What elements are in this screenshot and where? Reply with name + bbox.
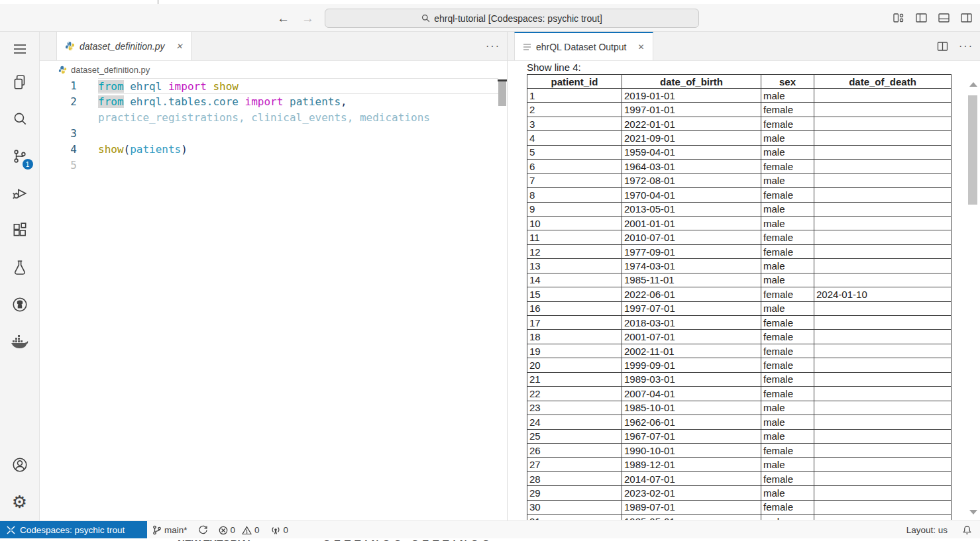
run-and-debug-icon[interactable] <box>4 175 36 212</box>
problems-status[interactable]: 0 0 <box>219 525 260 535</box>
code-line-text[interactable]: show(patients) <box>98 142 507 158</box>
more-actions-icon[interactable]: ··· <box>486 40 500 52</box>
code-lines: 1from ehrql import show2from ehrql.table… <box>40 78 507 173</box>
code-line-text[interactable]: practice_registrations, clinical_events,… <box>98 110 507 126</box>
column-header: date_of_death <box>814 75 952 89</box>
sync-status[interactable] <box>198 525 208 535</box>
table-row: 222007-04-01female <box>527 387 952 401</box>
code-line[interactable]: 4show(patients) <box>40 142 507 158</box>
code-line[interactable]: 3 <box>40 126 507 142</box>
code-line-text[interactable]: from ehrql.tables.core import patients, <box>98 94 507 110</box>
tab-ehrql-dataset-output[interactable]: ehrQL Dataset Output ✕ <box>514 32 653 60</box>
editor-scrollbar[interactable] <box>498 79 506 106</box>
table-cell: 2001-01-01 <box>622 216 761 230</box>
table-cell <box>814 160 952 173</box>
code-editor[interactable]: 1from ehrql import show2from ehrql.table… <box>40 78 507 520</box>
source-control-icon[interactable]: 1 <box>4 138 36 175</box>
table-cell: female <box>761 387 814 401</box>
code-line[interactable]: 1from ehrql import show <box>40 78 507 94</box>
table-cell: 2018-03-01 <box>622 316 761 330</box>
testing-icon[interactable] <box>4 249 36 286</box>
accounts-icon[interactable] <box>4 446 36 483</box>
table-cell <box>814 188 952 202</box>
forward-arrow-icon[interactable]: → <box>301 12 314 25</box>
split-editor-icon[interactable] <box>937 41 948 52</box>
ehrql-output-webview: Show line 4: patient_iddate_of_birthsexd… <box>508 61 980 520</box>
code-line-text[interactable]: from ehrql import show <box>98 78 498 94</box>
scroll-up-icon[interactable] <box>969 82 977 87</box>
ports-status[interactable]: 0 <box>270 525 289 535</box>
table-row: 301989-07-01female <box>527 500 952 514</box>
table-cell <box>814 316 952 330</box>
settings-gear-icon[interactable]: ⚙ <box>4 483 36 520</box>
title-bar: ← → ehrql-tutorial [Codespaces: psychic … <box>0 4 980 32</box>
table-cell: 12 <box>527 244 622 258</box>
table-row: 81970-04-01female <box>527 188 952 202</box>
table-cell: 1997-01-01 <box>622 103 761 117</box>
breadcrumb[interactable]: dataset_definition.py <box>40 61 507 78</box>
table-cell: 1990-10-01 <box>622 443 761 457</box>
table-body: 12019-01-01male21997-01-01female32022-01… <box>527 89 952 520</box>
table-cell: 7 <box>527 173 622 187</box>
code-line[interactable]: 2from ehrql.tables.core import patients, <box>40 94 507 110</box>
table-cell: 1989-12-01 <box>622 458 761 471</box>
table-cell: 2010-07-01 <box>622 230 761 244</box>
layout-indicator[interactable]: Layout: us <box>906 525 948 535</box>
line-number: 2 <box>40 94 98 110</box>
table-cell: male <box>761 415 814 429</box>
table-cell: 1997-07-01 <box>622 301 761 315</box>
close-icon[interactable]: ✕ <box>176 42 182 51</box>
table-cell: female <box>761 443 814 457</box>
table-cell: 19 <box>527 344 622 358</box>
table-cell <box>814 103 952 117</box>
table-cell: male <box>761 429 814 443</box>
docker-icon[interactable] <box>4 323 36 360</box>
code-line[interactable]: practice_registrations, clinical_events,… <box>40 110 507 126</box>
remote-indicator[interactable]: Codespaces: psychic trout <box>0 521 147 539</box>
toggle-secondary-sidebar-icon[interactable] <box>961 13 972 23</box>
branch-status[interactable]: main* <box>152 525 188 535</box>
table-cell <box>814 202 952 216</box>
github-icon[interactable] <box>4 286 36 323</box>
table-row: 32022-01-01female <box>527 117 952 130</box>
table-cell: female <box>761 316 814 330</box>
toggle-primary-sidebar-icon[interactable] <box>916 13 927 23</box>
bell-icon[interactable] <box>962 525 972 535</box>
code-line[interactable]: 5 <box>40 158 507 173</box>
table-cell: female <box>761 244 814 258</box>
table-cell: male <box>761 216 814 230</box>
table-cell: male <box>761 515 814 520</box>
table-row: 172018-03-01female <box>527 316 952 330</box>
back-arrow-icon[interactable]: ← <box>277 12 290 25</box>
column-header: patient_id <box>527 75 622 89</box>
ports-count: 0 <box>284 525 289 535</box>
code-line-text[interactable] <box>98 126 507 142</box>
table-row: 271989-12-01male <box>527 458 952 471</box>
table-cell <box>814 358 952 372</box>
scroll-down-icon[interactable] <box>969 510 977 515</box>
table-cell <box>814 216 952 230</box>
table-cell: female <box>761 160 814 173</box>
output-list-icon <box>523 43 531 51</box>
search-sidebar-icon[interactable] <box>4 101 36 138</box>
tab-dataset-definition[interactable]: dataset_definition.py ✕ <box>56 32 191 60</box>
close-icon[interactable]: ✕ <box>637 42 644 52</box>
command-center-search[interactable]: ehrql-tutorial [Codespaces: psychic trou… <box>325 9 699 28</box>
explorer-icon[interactable] <box>4 64 36 101</box>
table-row: 112010-07-01female <box>527 230 952 244</box>
webview-scrollbar[interactable] <box>968 81 978 518</box>
menu-icon[interactable] <box>4 34 36 64</box>
scrollbar-thumb[interactable] <box>968 95 977 205</box>
toggle-panel-icon[interactable] <box>938 13 950 23</box>
customize-layout-icon[interactable] <box>893 13 904 23</box>
table-cell <box>814 344 952 358</box>
branch-icon <box>152 525 162 535</box>
code-line-text[interactable] <box>98 158 507 173</box>
more-actions-icon[interactable]: ··· <box>959 40 973 52</box>
warning-count: 0 <box>254 525 260 535</box>
table-cell: 1967-07-01 <box>622 429 761 443</box>
table-cell: male <box>761 401 814 415</box>
breadcrumb-file: dataset_definition.py <box>71 65 150 75</box>
source-control-badge: 1 <box>23 159 33 170</box>
extensions-icon[interactable] <box>4 212 36 249</box>
